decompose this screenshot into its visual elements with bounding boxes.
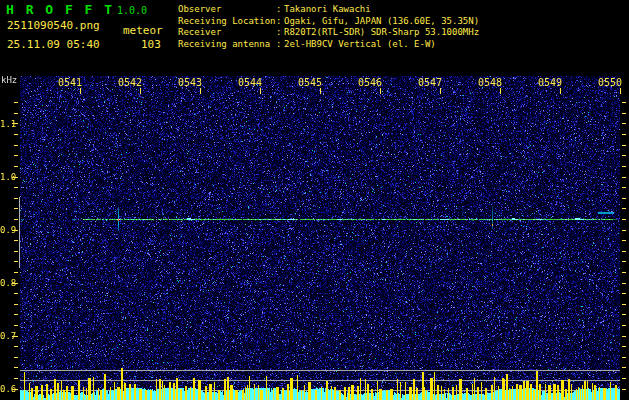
info-value: 2el-HB9CV Vertical (el. E-W) xyxy=(284,39,436,49)
hrofft-window: H R O F F T 1.0.0 2511090540.png meteor … xyxy=(0,0,629,400)
time-label: 0545 xyxy=(295,77,325,88)
time-label: 0547 xyxy=(415,77,445,88)
info-value: R820T2(RTL-SDR) SDR-Sharp 53.1000MHz xyxy=(284,27,479,37)
freq-label: 0.9 xyxy=(0,225,15,235)
app-version: 1.0.0 xyxy=(117,5,147,16)
info-separator: : xyxy=(276,27,284,37)
output-filename: 2511090540.png xyxy=(7,19,100,32)
info-label: Observer xyxy=(178,4,276,14)
observation-mode: meteor xyxy=(123,24,163,37)
time-label: 0546 xyxy=(355,77,385,88)
observation-datetime: 25.11.09 05:40 xyxy=(7,38,100,51)
info-value: Ogaki, Gifu, JAPAN (136.60E, 35.35N) xyxy=(284,16,479,26)
time-label: 0542 xyxy=(115,77,145,88)
time-label: 0543 xyxy=(175,77,205,88)
freq-label: 0.8 xyxy=(0,278,15,288)
time-label: 0550 xyxy=(595,77,625,88)
station-info: Observer:Takanori KawachiReceiving Locat… xyxy=(178,4,479,50)
info-row: Observer:Takanori Kawachi xyxy=(178,4,479,16)
info-separator: : xyxy=(276,4,284,14)
info-label: Receiver xyxy=(178,27,276,37)
freq-axis-unit: kHz xyxy=(1,75,17,85)
time-label: 0548 xyxy=(475,77,505,88)
time-label: 0544 xyxy=(235,77,265,88)
info-row: Receiving antenna:2el-HB9CV Vertical (el… xyxy=(178,39,479,51)
info-label: Receiving Location xyxy=(178,16,276,26)
time-label: 0549 xyxy=(535,77,565,88)
spectrogram-canvas xyxy=(0,75,629,400)
info-separator: : xyxy=(276,16,284,26)
freq-label: 1.1 xyxy=(0,119,15,129)
time-label: 0541 xyxy=(55,77,85,88)
info-row: Receiver:R820T2(RTL-SDR) SDR-Sharp 53.10… xyxy=(178,27,479,39)
info-separator: : xyxy=(276,39,284,49)
echo-count: 103 xyxy=(141,38,161,51)
info-label: Receiving antenna xyxy=(178,39,276,49)
info-row: Receiving Location:Ogaki, Gifu, JAPAN (1… xyxy=(178,16,479,28)
freq-label: 0.7 xyxy=(0,331,15,341)
freq-label: 0.6 xyxy=(0,384,15,394)
info-value: Takanori Kawachi xyxy=(284,4,371,14)
freq-label: 1.0 xyxy=(0,172,15,182)
app-title: H R O F F T xyxy=(6,2,114,17)
